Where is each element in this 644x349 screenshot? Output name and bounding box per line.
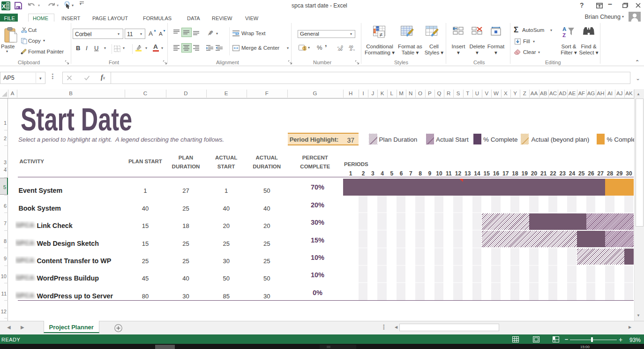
svg-text:Z: Z [562, 32, 566, 38]
svg-text:$: $ [304, 46, 306, 51]
svg-text:≠: ≠ [380, 31, 383, 38]
svg-text:A: A [562, 26, 566, 32]
svg-text:.0→: .0→ [349, 47, 356, 51]
svg-text:X: X [2, 3, 6, 10]
svg-text:.00: .00 [337, 47, 342, 51]
